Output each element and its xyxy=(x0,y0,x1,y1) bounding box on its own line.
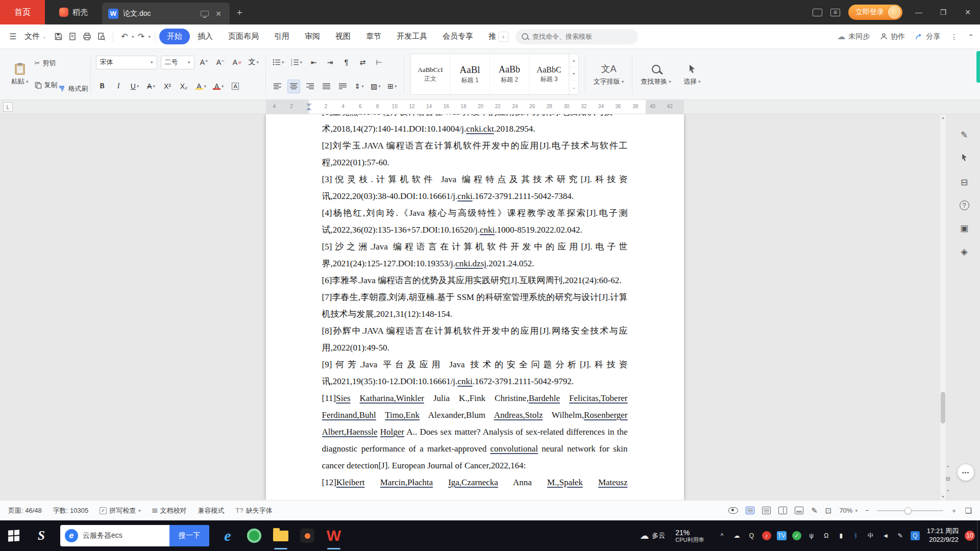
vertical-scrollbar[interactable]: ▴ ▾ xyxy=(940,114,946,500)
copy-button[interactable]: 复制 xyxy=(35,78,58,93)
sync-status[interactable]: ☁ 未同步 xyxy=(837,32,870,41)
login-button[interactable]: 立即登录 xyxy=(848,5,902,20)
paste-button[interactable]: 粘贴▾ xyxy=(5,52,35,96)
tab-stop-button[interactable]: ⊢ xyxy=(373,56,385,69)
print-preview-button[interactable] xyxy=(94,30,109,44)
ie-browser-icon[interactable]: e xyxy=(214,520,241,551)
character-border-button[interactable]: A xyxy=(229,80,242,93)
more-menu-icon[interactable]: ⋮ xyxy=(950,33,958,41)
select-cursor-icon[interactable] xyxy=(960,153,969,164)
search-go-button[interactable]: 搜一下 xyxy=(169,525,209,546)
document-line[interactable]: 机技术与发展,2021,31(12):148-154. xyxy=(322,306,628,322)
document-line[interactable]: Ferdinand,Buhl Timo,Enk Alexander,Blum A… xyxy=(322,407,628,423)
word-count[interactable]: 字数: 10305 xyxy=(53,506,88,515)
weather-widget[interactable]: ☁ 多云 xyxy=(640,530,665,541)
wps-app-icon[interactable]: W xyxy=(321,520,347,551)
redo-caret-icon[interactable]: ▾ xyxy=(148,34,151,39)
zoom-in-button[interactable]: ＋ xyxy=(951,506,958,515)
decrease-indent-button[interactable]: ⇤ xyxy=(307,56,320,69)
apps-grid-icon[interactable]: ⊞ xyxy=(830,9,840,16)
undo-button[interactable]: ↶ xyxy=(117,30,132,44)
ribbon-tab-page-layout[interactable]: 页面布局 xyxy=(220,29,266,44)
zoom-slider-knob[interactable] xyxy=(904,507,912,514)
scroll-down-icon[interactable]: ▾ xyxy=(940,494,946,499)
ribbon-tab-references[interactable]: 引用 xyxy=(266,29,297,44)
previous-page-icon[interactable]: ⌃ xyxy=(946,465,950,471)
document-line[interactable]: diagnostic performance of a market-appro… xyxy=(322,440,628,457)
align-left-button[interactable] xyxy=(271,80,284,93)
show-desktop-button[interactable] xyxy=(977,520,980,551)
document-line[interactable]: [5]沙之洲.Java 编程语言在计算机软件开发中的应用[J].电子世 xyxy=(322,238,628,255)
qq-icon[interactable]: Q xyxy=(747,531,756,540)
font-color-button[interactable]: A▾ xyxy=(211,80,226,93)
document-line[interactable]: Albert,Haenssle Holger A.. Does sex matt… xyxy=(322,423,628,440)
document-line[interactable]: 试,2022,36(02):135-136+57.DOI:10.16520/j.… xyxy=(322,221,628,238)
cpu-widget[interactable]: 21% CPU利用率 xyxy=(675,529,704,543)
collapse-ribbon-icon[interactable]: ⌃ xyxy=(968,33,974,41)
scrollbar-thumb[interactable] xyxy=(941,392,945,423)
find-replace-button[interactable]: 查找替换▾ xyxy=(634,52,677,96)
document-line[interactable]: [8]孙辉中.JAVA 编程语言在计算机软件开发中的应用[J].网络安全技术与应 xyxy=(322,322,628,339)
print-layout-view-icon[interactable] xyxy=(746,507,754,514)
document-line[interactable]: [12]Kleibert Marcin,Płachta Iga,Czarneck… xyxy=(322,474,628,491)
underline-button[interactable]: U▾ xyxy=(129,80,141,93)
help-icon[interactable]: ? xyxy=(960,201,969,210)
increase-font-button[interactable]: A⁺ xyxy=(198,56,211,69)
export-button[interactable] xyxy=(66,30,80,44)
floating-more-button[interactable]: ••• xyxy=(958,464,974,481)
ribbon-tab-section[interactable]: 章节 xyxy=(358,29,389,44)
restore-button[interactable]: ❐ xyxy=(935,8,951,16)
fit-page-icon[interactable]: ⊡ xyxy=(825,506,832,515)
tray-expand-chevron-icon[interactable]: ^ xyxy=(718,531,727,540)
bold-button[interactable]: B xyxy=(96,80,109,93)
missing-font-button[interactable]: T? 缺失字体 xyxy=(236,506,273,515)
document-line[interactable]: [9]何芳.Java 平台及应用 Java 技术的安全问题分析[J].科技资 xyxy=(322,356,628,373)
italic-button[interactable]: I xyxy=(112,80,125,93)
pen-device-icon[interactable]: ✎ xyxy=(896,531,905,540)
superscript-button[interactable]: X² xyxy=(161,80,174,93)
edit-pen-icon[interactable]: ✎ xyxy=(961,130,968,140)
highlight-color-button[interactable]: A▾ xyxy=(194,80,208,93)
style-heading1[interactable]: AaBl 标题 1 xyxy=(450,54,490,94)
document-line[interactable]: 界,2021(24):125-127.DOI:10.19353/j.cnki.d… xyxy=(322,255,628,272)
main-menu-icon[interactable]: ☰ xyxy=(6,32,19,41)
cut-button[interactable]: ✂ 剪切 xyxy=(35,56,58,71)
justify-button[interactable] xyxy=(320,80,333,93)
tab-selector[interactable]: L xyxy=(3,102,13,112)
ribbon-tab-overflow[interactable]: 推 xyxy=(481,29,497,44)
document-line[interactable]: cancer detection[J]. European Journal of… xyxy=(322,457,628,474)
style-normal[interactable]: AaBbCcI 正文 xyxy=(411,54,451,94)
numbered-list-button[interactable]: 123 ▾ xyxy=(289,56,304,69)
save-button[interactable] xyxy=(52,30,66,44)
scroll-up-icon[interactable]: ▴ xyxy=(940,115,946,120)
messenger-icon[interactable]: Q xyxy=(911,531,920,540)
ruler-strip[interactable]: 4224681012141618202224262830323436384042 xyxy=(266,100,684,114)
align-right-button[interactable] xyxy=(304,80,316,93)
bluetooth-icon[interactable]: ᛒ xyxy=(851,531,861,540)
notification-badge[interactable]: 10 xyxy=(965,531,975,541)
zoom-level[interactable]: 70% ▾ xyxy=(839,507,857,514)
gallery-down-icon[interactable]: ▾ xyxy=(570,67,578,81)
ribbon-tab-view[interactable]: 视图 xyxy=(328,29,358,44)
read-layout-view-icon[interactable] xyxy=(778,507,787,514)
page-indicator[interactable]: 页面: 46/48 xyxy=(8,506,42,515)
document-line[interactable]: [1]王晓燕.JAVA 程序设计语言在 Web 开发中的应用技术分析[J].电脑… xyxy=(322,114,628,120)
spellcheck-toggle[interactable]: ✓ 拼写检查 ▾ xyxy=(100,506,141,515)
format-painter-button[interactable]: 格式刷 xyxy=(58,81,88,96)
document-line[interactable]: [11]Sies Katharina,Winkler Julia K.,Fink… xyxy=(322,390,628,407)
wifi-icon[interactable]: ψ xyxy=(807,531,816,540)
file-explorer-icon[interactable] xyxy=(267,520,294,551)
compat-mode-label[interactable]: 兼容模式 xyxy=(198,506,225,515)
style-heading2[interactable]: AaBb 标题 2 xyxy=(490,54,530,94)
ocr-tool-icon[interactable]: ▣ xyxy=(960,223,968,234)
taskbar-search[interactable]: e 搜一下 xyxy=(60,525,209,546)
gallery-up-icon[interactable]: ▴ xyxy=(570,54,578,67)
netdisk-cloud-icon[interactable]: ☁ xyxy=(732,531,742,540)
document-line[interactable]: [7]李春生,李朝霞,刘涛,胡亚楠.基于 SSM 的科研室管理系统的研究与设计[… xyxy=(322,289,628,306)
page-jump-icon[interactable]: ⊟ xyxy=(946,475,950,482)
volume-icon[interactable]: ◄ xyxy=(881,531,890,540)
home-tab[interactable]: 首页 xyxy=(0,0,45,24)
extract-tool-icon[interactable]: ⊟ xyxy=(961,177,968,188)
share-button[interactable]: 分享 xyxy=(915,32,940,41)
proofread-button[interactable]: ⊠ 文档校对 xyxy=(152,506,187,515)
